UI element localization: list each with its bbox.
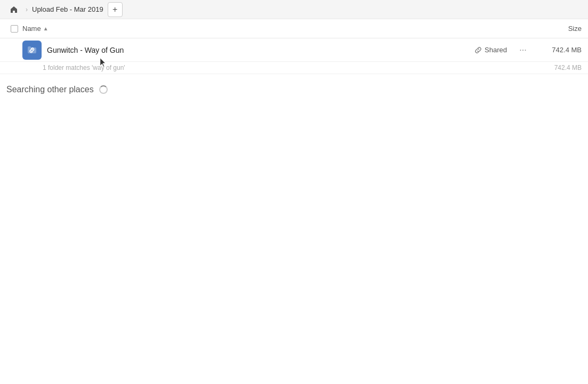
searching-row: Searching other places xyxy=(0,74,588,100)
file-icon xyxy=(22,41,42,60)
loading-spinner xyxy=(99,85,108,94)
breadcrumb-separator: › xyxy=(26,6,28,13)
breadcrumb-folder-label: Upload Feb - Mar 2019 xyxy=(32,5,103,13)
breadcrumb-bar: › Upload Feb - Mar 2019 + xyxy=(0,0,588,19)
home-button[interactable] xyxy=(6,2,21,17)
match-info-text: 1 folder matches 'way of gun' xyxy=(43,64,539,71)
sort-arrow-icon: ▲ xyxy=(43,26,49,31)
file-row[interactable]: Gunwitch - Way of Gun Shared ··· 742.4 M… xyxy=(0,38,588,62)
name-column-label: Name xyxy=(22,25,41,33)
more-options-button[interactable]: ··· xyxy=(515,43,530,58)
column-header-row: Name ▲ Size xyxy=(0,19,588,38)
link-icon xyxy=(474,46,482,54)
folder-link-icon xyxy=(27,45,37,55)
file-shared-indicator: Shared xyxy=(474,46,507,54)
checkbox-box[interactable] xyxy=(11,25,18,33)
name-column-header[interactable]: Name ▲ xyxy=(22,25,528,33)
searching-text: Searching other places xyxy=(6,85,94,94)
select-all-checkbox[interactable] xyxy=(6,25,22,33)
match-info-row: 1 folder matches 'way of gun' 742.4 MB xyxy=(0,62,588,74)
home-icon xyxy=(10,5,18,14)
file-name: Gunwitch - Way of Gun xyxy=(47,46,474,54)
add-button[interactable]: + xyxy=(108,2,123,17)
match-info-size: 742.4 MB xyxy=(539,64,582,71)
file-size: 742.4 MB xyxy=(539,46,582,54)
shared-label: Shared xyxy=(485,46,507,54)
size-column-header[interactable]: Size xyxy=(528,25,582,33)
